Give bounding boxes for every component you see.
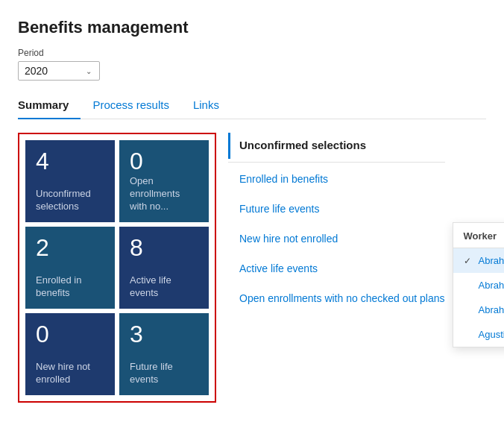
summary-item-active-life[interactable]: Active life events: [228, 254, 445, 283]
tile-active-life[interactable]: 8 Active life events: [119, 227, 209, 309]
tile-unconfirmed-label: Unconfirmed selections: [36, 188, 104, 213]
period-select[interactable]: 2020 ⌄: [18, 61, 100, 81]
tab-process-results[interactable]: Process results: [92, 92, 181, 119]
summary-item-future-life[interactable]: Future life events: [228, 194, 445, 224]
tile-new-hire[interactable]: 0 New hire not enrolled: [25, 313, 115, 395]
tile-active-life-label: Active life events: [130, 274, 198, 300]
summary-list-title: Unconfirmed selections: [228, 133, 445, 159]
tile-new-hire-label: New hire not enrolled: [36, 361, 104, 386]
dropdown-item-0[interactable]: ✓ Abraham Apodaca: [453, 248, 505, 273]
tile-open-enrollments[interactable]: 0 Open enrollments with no...: [119, 140, 209, 222]
tile-enrolled-number: 2: [36, 236, 104, 259]
dropdown-item-1[interactable]: Abraham Apodaca: [453, 273, 505, 298]
tile-unconfirmed-number: 4: [36, 149, 104, 173]
tab-links[interactable]: Links: [193, 92, 231, 119]
tile-future-life-label: Future life events: [130, 361, 198, 386]
dropdown-header: Worker: [453, 223, 505, 248]
dropdown-item-2[interactable]: Abraham Apodaca: [453, 298, 505, 322]
summary-item-open-enrollments[interactable]: Open enrollments with no checked out pla…: [228, 283, 445, 313]
dropdown-item-3[interactable]: Agustina Fierro: [453, 322, 505, 347]
period-value: 2020: [25, 65, 48, 77]
worker-dropdown: Worker ✓ Abraham Apodaca Abraham Apodaca…: [453, 222, 505, 347]
tile-new-hire-number: 0: [36, 322, 104, 346]
chevron-down-icon: ⌄: [86, 67, 92, 75]
check-icon: ✓: [464, 256, 474, 266]
tiles-grid: 4 Unconfirmed selections 0 Open enrollme…: [25, 140, 209, 395]
dropdown-item-label-0: Abraham Apodaca: [479, 255, 505, 266]
summary-list: Unconfirmed selections Enrolled in benef…: [228, 133, 445, 403]
tile-open-enrollments-number: 0: [130, 149, 198, 173]
tile-active-life-number: 8: [130, 236, 198, 259]
tile-future-life-number: 3: [130, 322, 198, 346]
tile-future-life[interactable]: 3 Future life events: [119, 313, 209, 395]
dropdown-item-label-2: Abraham Apodaca: [479, 304, 505, 315]
page-container: Benefits management Period 2020 ⌄ Summar…: [0, 0, 504, 428]
dashboard-border: 4 Unconfirmed selections 0 Open enrollme…: [18, 133, 216, 403]
dropdown-item-label-3: Agustina Fierro: [479, 329, 505, 340]
dropdown-item-label-1: Abraham Apodaca: [479, 280, 505, 291]
summary-item-new-hire[interactable]: New hire not enrolled: [228, 224, 445, 254]
tab-bar: Summary Process results Links: [18, 92, 486, 119]
tile-open-enrollments-label: Open enrollments with no...: [130, 175, 198, 213]
page-title: Benefits management: [18, 18, 486, 37]
tile-enrolled[interactable]: 2 Enrolled in benefits: [25, 227, 115, 309]
summary-item-enrolled[interactable]: Enrolled in benefits: [228, 164, 445, 194]
tab-summary[interactable]: Summary: [18, 92, 81, 119]
period-label: Period: [18, 48, 486, 58]
tile-enrolled-label: Enrolled in benefits: [36, 274, 104, 300]
main-content: 4 Unconfirmed selections 0 Open enrollme…: [18, 133, 486, 403]
tile-unconfirmed[interactable]: 4 Unconfirmed selections: [25, 140, 115, 222]
summary-list-divider: [228, 162, 445, 163]
